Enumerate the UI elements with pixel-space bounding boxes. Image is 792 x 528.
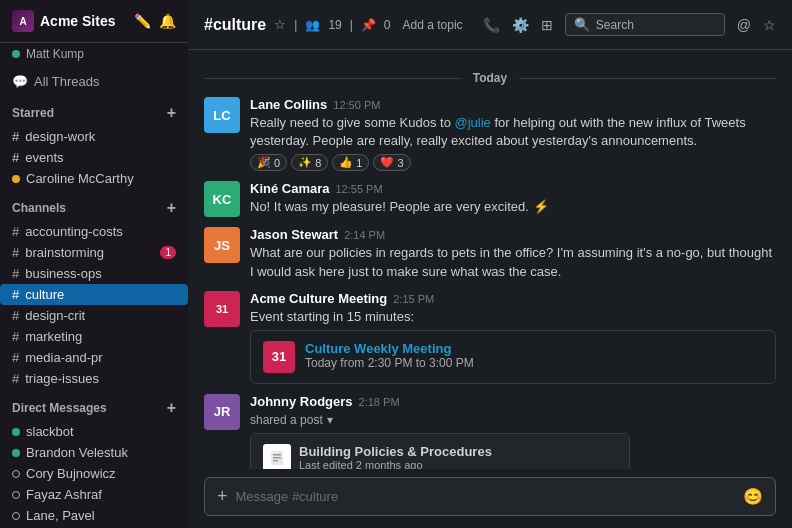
shared-post: shared a post ▾ Building Policies & Proc… [250,413,776,469]
search-box[interactable]: 🔍 [565,13,725,36]
channel-marketing[interactable]: # marketing [0,326,188,347]
channel-business-ops[interactable]: # business-ops [0,263,188,284]
dm-slackbot[interactable]: slackbot [0,421,188,442]
dm-status-dot [12,491,20,499]
hash-icon: # [12,245,19,260]
add-topic[interactable]: Add a topic [403,18,463,32]
timestamp: 12:55 PM [335,183,382,195]
hash-icon: # [12,150,19,165]
sender-name[interactable]: Lane Collins [250,97,327,112]
channel-title: #culture [204,16,266,34]
starred-section-label: Starred + [0,94,188,126]
channel-header: #culture ☆ | 👥 19 | 📌 0 Add a topic 📞 ⚙️… [188,0,792,50]
message-input[interactable] [236,489,735,504]
hash-icon: # [12,308,19,323]
channel-design-crit[interactable]: # design-crit [0,305,188,326]
event-card: 31 Culture Weekly Meeting Today from 2:3… [250,330,776,384]
reaction-heart[interactable]: ❤️ 3 [373,154,410,171]
workspace-name[interactable]: A Acme Sites [12,10,115,32]
avatar: JS [204,227,240,263]
doc-info: Building Policies & Procedures Last edit… [299,444,492,469]
timestamp: 12:50 PM [333,99,380,111]
avatar: LC [204,97,240,133]
sidebar: A Acme Sites ✏️ 🔔 Matt Kump 💬 All Thread… [0,0,188,528]
phone-icon[interactable]: 📞 [483,17,500,33]
all-threads[interactable]: 💬 All Threads [0,69,188,94]
hash-icon: # [12,350,19,365]
hash-icon: # [12,287,19,302]
starred-events[interactable]: # events [0,147,188,168]
plus-icon[interactable]: + [217,486,228,507]
layout-icon[interactable]: ⊞ [541,17,553,33]
workspace-avatar: A [12,10,34,32]
reaction-thumbs[interactable]: 👍 1 [332,154,369,171]
msg-header: Lane Collins 12:50 PM [250,97,776,112]
channel-accounting-costs[interactable]: # accounting-costs [0,221,188,242]
workspace-icons: ✏️ 🔔 [134,13,176,29]
reaction-sparkle[interactable]: ✨ 8 [291,154,328,171]
msg-text: Event starting in 15 minutes: [250,308,776,326]
msg-body: Lane Collins 12:50 PM Really need to giv… [250,97,776,171]
starred-caroline[interactable]: Caroline McCarthy [0,168,188,189]
workspace-header: A Acme Sites ✏️ 🔔 [0,0,188,43]
edit-icon[interactable]: ✏️ [134,13,151,29]
channels-add-btn[interactable]: + [167,199,176,217]
avatar: 31 [204,291,240,327]
gear-icon[interactable]: ⚙️ [512,17,529,33]
search-icon: 🔍 [574,17,590,32]
doc-card[interactable]: Building Policies & Procedures Last edit… [250,433,630,469]
channels-section-label: Channels + [0,189,188,221]
msg-text: No! It was my pleasure! People are very … [250,198,776,216]
dm-status-dot [12,470,20,478]
sender-name[interactable]: Jason Stewart [250,227,338,242]
timestamp: 2:18 PM [359,396,400,408]
dm-status-dot [12,428,20,436]
emoji-icon[interactable]: 😊 [743,487,763,506]
dm-fayaz[interactable]: Fayaz Ashraf [0,484,188,505]
reaction-party[interactable]: 🎉 0 [250,154,287,171]
dm-brandon[interactable]: Brandon Velestuk [0,442,188,463]
star-icon[interactable]: ☆ [274,17,286,32]
event-time: Today from 2:30 PM to 3:00 PM [305,356,474,370]
doc-meta: Last edited 2 months ago [299,459,492,469]
sender-name[interactable]: Kiné Camara [250,181,329,196]
channel-triage-issues[interactable]: # triage-issues [0,368,188,389]
hash-icon: # [12,329,19,344]
dm-section-label: Direct Messages + [0,389,188,421]
channel-media-and-pr[interactable]: # media-and-pr [0,347,188,368]
msg-header: Johnny Rodgers 2:18 PM [250,394,776,409]
dm-add-btn[interactable]: + [167,399,176,417]
sender-name[interactable]: Acme Culture Meeting [250,291,387,306]
channel-brainstorming[interactable]: # brainstorming 1 [0,242,188,263]
date-label: Today [461,71,519,85]
pin-icon: 📌 [361,18,376,32]
svg-rect-2 [273,457,281,459]
at-icon[interactable]: @ [737,17,751,33]
calendar-icon: 31 [263,341,295,373]
user-status-dot [12,50,20,58]
bookmark-icon[interactable]: ☆ [763,17,776,33]
dm-status-dot [12,512,20,520]
event-title[interactable]: Culture Weekly Meeting [305,341,474,356]
starred-design-work[interactable]: # design-work [0,126,188,147]
sidebar-scroll: 💬 All Threads Starred + # design-work # … [0,69,188,528]
msg-body: Jason Stewart 2:14 PM What are our polic… [250,227,776,280]
mention[interactable]: @julie [455,115,491,130]
avatar: JR [204,394,240,430]
bell-icon[interactable]: 🔔 [159,13,176,29]
sender-name[interactable]: Johnny Rodgers [250,394,353,409]
message-johnny: JR Johnny Rodgers 2:18 PM shared a post … [188,390,792,469]
messages-area: Today LC Lane Collins 12:50 PM Really ne… [188,50,792,469]
search-input[interactable] [596,18,716,32]
msg-header: Jason Stewart 2:14 PM [250,227,776,242]
threads-icon: 💬 [12,74,28,89]
starred-add-btn[interactable]: + [167,104,176,122]
dm-cory[interactable]: Cory Bujnowicz [0,463,188,484]
msg-header: Kiné Camara 12:55 PM [250,181,776,196]
message-input-box: + 😊 [204,477,776,516]
hash-icon: # [12,129,19,144]
event-details: Culture Weekly Meeting Today from 2:30 P… [305,341,474,370]
main-content: #culture ☆ | 👥 19 | 📌 0 Add a topic 📞 ⚙️… [188,0,792,528]
dm-lane[interactable]: Lane, Pavel [0,505,188,526]
channel-culture[interactable]: # culture [0,284,188,305]
